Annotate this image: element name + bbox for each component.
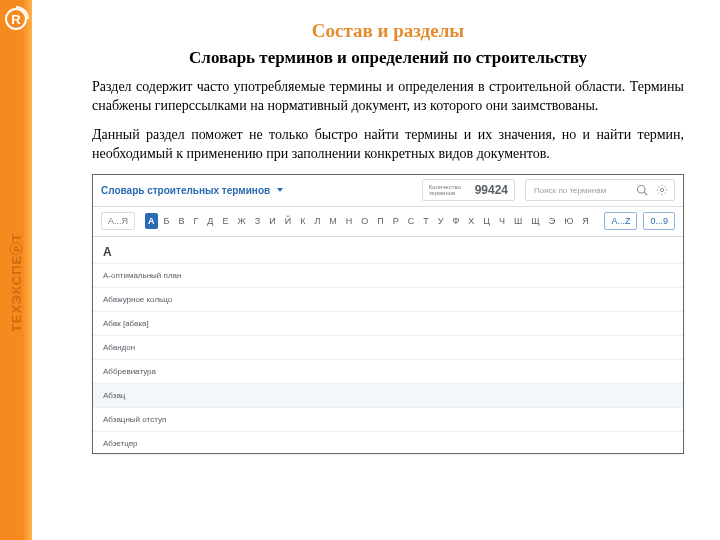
alpha-letter[interactable]: Ю <box>561 213 576 229</box>
alpha-letter[interactable]: П <box>374 213 386 229</box>
term-row[interactable]: А-оптимальный план <box>93 263 683 287</box>
alpha-letter[interactable]: Ш <box>511 213 525 229</box>
svg-text:R: R <box>11 12 21 27</box>
alpha-letter[interactable]: Н <box>343 213 356 229</box>
svg-line-11 <box>658 193 659 194</box>
term-row[interactable]: Абак [абака] <box>93 311 683 335</box>
term-count: Количество терминов 99424 <box>422 179 515 201</box>
alpha-letter[interactable]: Г <box>190 213 201 229</box>
alpha-letter[interactable]: В <box>175 213 187 229</box>
app-title-label: Словарь строительных терминов <box>101 185 270 196</box>
term-count-value: 99424 <box>475 183 508 197</box>
app-title-dropdown[interactable]: Словарь строительных терминов <box>101 185 283 196</box>
svg-line-10 <box>665 193 666 194</box>
svg-line-3 <box>644 192 647 195</box>
alpha-letter[interactable]: Е <box>219 213 231 229</box>
brand-rail: R ТЕХЭКСПЕРТ <box>0 0 32 540</box>
svg-point-2 <box>638 186 646 194</box>
alpha-letter[interactable]: Х <box>465 213 477 229</box>
app-topbar: Словарь строительных терминов Количество… <box>93 175 683 207</box>
term-row[interactable]: Абзац <box>93 383 683 407</box>
alpha-letter[interactable]: У <box>435 213 447 229</box>
alpha-letter[interactable]: Л <box>311 213 323 229</box>
alpha-letter[interactable]: Д <box>204 213 216 229</box>
search-placeholder: Поиск по терминам <box>534 186 630 195</box>
alpha-letter[interactable]: Т <box>420 213 432 229</box>
alpha-letter[interactable]: Р <box>390 213 402 229</box>
heading-section: Состав и разделы <box>92 20 684 42</box>
heading-title: Словарь терминов и определений по строит… <box>92 48 684 68</box>
page-content: Состав и разделы Словарь терминов и опре… <box>32 0 720 540</box>
term-row[interactable]: Абзетцер <box>93 431 683 454</box>
intro-paragraph-1: Раздел содержит часто употребляемые терм… <box>92 78 684 116</box>
chevron-down-icon <box>277 188 283 192</box>
brand-text-prefix: ТЕХЭКСПЕ <box>9 255 24 332</box>
term-list: А-оптимальный план Абажурное кольцо Абак… <box>93 263 683 454</box>
alpha-letter[interactable]: Э <box>546 213 558 229</box>
registered-badge-icon: R <box>2 5 30 33</box>
alpha-letter[interactable]: О <box>358 213 371 229</box>
alpha-range-09[interactable]: 0...9 <box>643 212 675 230</box>
intro-paragraph-2: Данный раздел поможет не только быстро н… <box>92 126 684 164</box>
alpha-letter[interactable]: М <box>326 213 340 229</box>
alpha-letter[interactable]: З <box>252 213 263 229</box>
section-letter-heading: А <box>93 237 683 263</box>
alpha-letter[interactable]: Ч <box>496 213 508 229</box>
alpha-letter[interactable]: Ф <box>450 213 463 229</box>
brand-vertical-text: ТЕХЭКСПЕРТ <box>9 233 24 332</box>
search-icon[interactable] <box>634 182 650 198</box>
brand-text-r: Р <box>10 242 23 255</box>
alpha-mode-all[interactable]: А...Я <box>101 212 135 230</box>
alpha-letters: А Б В Г Д Е Ж З И Й К Л М Н О П Р С Т У <box>145 213 592 229</box>
alpha-letter[interactable]: Ц <box>480 213 493 229</box>
alpha-range-az[interactable]: A...Z <box>604 212 637 230</box>
term-count-label: Количество терминов <box>429 184 469 197</box>
alpha-letter[interactable]: Я <box>579 213 592 229</box>
term-row[interactable]: Абандон <box>93 335 683 359</box>
alpha-letter[interactable]: И <box>266 213 278 229</box>
term-row[interactable]: Аббревиатура <box>93 359 683 383</box>
alpha-letter[interactable]: К <box>297 213 308 229</box>
svg-line-9 <box>658 186 659 187</box>
alpha-letter[interactable]: Й <box>282 213 294 229</box>
alphabet-filter: А...Я А Б В Г Д Е Ж З И Й К Л М Н О П Р … <box>93 207 683 237</box>
alpha-letter[interactable]: А <box>145 213 158 229</box>
alpha-letter[interactable]: Ж <box>234 213 248 229</box>
settings-icon[interactable] <box>654 182 670 198</box>
alpha-letter[interactable]: Б <box>161 213 173 229</box>
search-input[interactable]: Поиск по терминам <box>525 179 675 201</box>
term-row[interactable]: Абажурное кольцо <box>93 287 683 311</box>
app-screenshot: Словарь строительных терминов Количество… <box>92 174 684 454</box>
alpha-letter[interactable]: С <box>405 213 418 229</box>
brand-text-suffix: Т <box>9 233 24 242</box>
svg-point-4 <box>660 188 663 191</box>
alpha-letter[interactable]: Щ <box>528 213 542 229</box>
svg-line-12 <box>665 186 666 187</box>
term-row[interactable]: Абзацный отступ <box>93 407 683 431</box>
alpha-ranges: A...Z 0...9 <box>604 212 675 230</box>
